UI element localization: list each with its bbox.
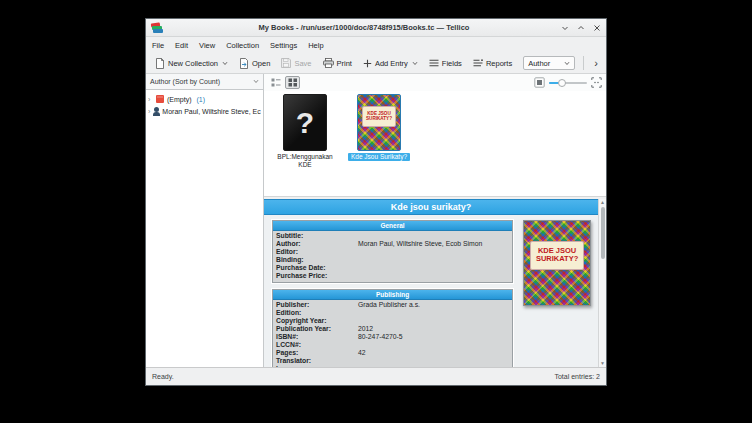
- menu-bar: File Edit View Collection Settings Help: [146, 37, 606, 53]
- field-row: Publication Year:2012: [276, 325, 509, 333]
- open-button[interactable]: Open: [235, 56, 274, 71]
- group-item-author[interactable]: › Moran Paul, Wiltshire Steve, Ec... (1): [148, 105, 261, 117]
- field-row: Editor:: [276, 248, 509, 256]
- chevron-down-icon: [412, 61, 418, 66]
- menu-file[interactable]: File: [152, 41, 164, 50]
- group-tree: › (Empty) (1) › Moran Paul, Wiltshire St…: [146, 90, 263, 120]
- printer-icon: [323, 58, 334, 68]
- expand-arrow-icon[interactable]: ›: [148, 108, 150, 115]
- group-by-combobox[interactable]: Author: [523, 56, 574, 70]
- book-cover-thumbnail: KDE JSOU SURIKATY?: [357, 94, 401, 151]
- field-row: Author:Moran Paul, Wiltshire Steve, Ecob…: [276, 240, 509, 248]
- field-row: Purchase Price:: [276, 272, 509, 280]
- menu-settings[interactable]: Settings: [270, 41, 297, 50]
- tellico-app-icon: [151, 22, 163, 34]
- menu-edit[interactable]: Edit: [175, 41, 188, 50]
- group-sort-combobox[interactable]: Author (Sort by Count): [146, 74, 263, 90]
- field-row: LCCN#:: [276, 341, 509, 349]
- toolbar-separator: [583, 56, 584, 70]
- list-view-toggle[interactable]: [268, 76, 283, 89]
- field-row: Language:: [276, 365, 509, 367]
- window-title: My Books - /run/user/1000/doc/8748f915/B…: [167, 23, 561, 32]
- entry-detail-view: Kde jsou surikaty? General Subtitle: Aut…: [264, 199, 606, 367]
- field-row: Binding:: [276, 256, 509, 264]
- status-message: Ready.: [152, 373, 174, 380]
- main-toolbar: New Collection Open Save Print Add Entry…: [146, 53, 606, 74]
- menu-collection[interactable]: Collection: [226, 41, 259, 50]
- title-bar[interactable]: My Books - /run/user/1000/doc/8748f915/B…: [146, 19, 606, 37]
- scrollbar-thumb[interactable]: [601, 207, 605, 259]
- field-row: Pages:42: [276, 349, 509, 357]
- save-button[interactable]: Save: [277, 56, 315, 70]
- toolbar-overflow-button[interactable]: ›: [591, 57, 601, 69]
- menu-help[interactable]: Help: [308, 41, 323, 50]
- scroll-up-icon[interactable]: ▲: [600, 200, 605, 205]
- total-entries: Total entries: 2: [554, 373, 600, 380]
- icon-view-icon: [288, 78, 298, 87]
- expand-arrow-icon[interactable]: ›: [148, 96, 153, 103]
- minimize-icon[interactable]: [561, 24, 569, 32]
- field-row: Edition:: [276, 309, 509, 317]
- chevron-down-icon: [222, 61, 228, 66]
- maximize-icon[interactable]: [577, 24, 585, 32]
- fields-icon: [429, 59, 439, 67]
- group-item-empty[interactable]: › (Empty) (1): [148, 93, 261, 105]
- entry-icon-view: ? BPL:Menggunakan KDE KDE JSOU SURIKATY?: [264, 91, 606, 196]
- zoom-slider[interactable]: [549, 78, 587, 88]
- save-icon: [281, 58, 291, 68]
- entry-label-selected: Kde Jsou Surikaty?: [348, 153, 410, 161]
- reports-button[interactable]: Reports: [469, 57, 516, 70]
- reports-icon: [473, 59, 483, 67]
- icon-view-toggle[interactable]: [285, 76, 300, 89]
- person-icon: [154, 107, 159, 112]
- scroll-down-icon[interactable]: ▼: [600, 361, 605, 366]
- new-document-icon: [155, 58, 165, 69]
- icon-view-toolbar: [264, 74, 606, 91]
- zoom-fit-icon[interactable]: [591, 77, 602, 88]
- entry-item-surikaty[interactable]: KDE JSOU SURIKATY? Kde Jsou Surikaty?: [348, 94, 410, 161]
- field-row: Publisher:Grada Publisher a.s.: [276, 301, 509, 309]
- tellico-window: My Books - /run/user/1000/doc/8748f915/B…: [145, 18, 607, 386]
- entry-label: BPL:Menggunakan KDE: [277, 153, 332, 169]
- book-group-icon: [156, 95, 164, 103]
- status-bar: Ready. Total entries: 2: [146, 367, 606, 385]
- list-view-icon: [271, 78, 281, 87]
- field-row: Purchase Date:: [276, 264, 509, 272]
- new-collection-button[interactable]: New Collection: [151, 56, 232, 71]
- group-view-panel: Author (Sort by Count) › (Empty) (1) › M…: [146, 74, 264, 367]
- book-cover-image[interactable]: KDE JSOU SURIKATY?: [523, 220, 591, 306]
- field-row: Subtitle:: [276, 232, 509, 240]
- field-row: Translator:: [276, 357, 509, 365]
- entry-title-banner: Kde jsou surikaty?: [264, 199, 598, 215]
- section-general: General Subtitle: Author:Moran Paul, Wil…: [272, 220, 513, 283]
- zoom-out-image-icon[interactable]: [534, 77, 545, 88]
- chevron-down-icon: [564, 61, 570, 66]
- fields-button[interactable]: Fields: [425, 57, 466, 70]
- chevron-down-icon: [253, 79, 259, 84]
- section-publishing: Publishing Publisher:Grada Publisher a.s…: [272, 289, 513, 367]
- field-row: ISBN#:80-247-4270-5: [276, 333, 509, 341]
- detail-scrollbar[interactable]: ▲ ▼: [598, 199, 606, 367]
- field-row: Copyright Year:: [276, 317, 509, 325]
- add-entry-button[interactable]: Add Entry: [359, 57, 422, 70]
- menu-view[interactable]: View: [199, 41, 215, 50]
- unknown-cover-icon: ?: [283, 94, 327, 151]
- open-file-icon: [239, 58, 249, 69]
- plus-icon: [363, 59, 372, 68]
- close-icon[interactable]: [593, 24, 601, 32]
- zoom-slider-handle[interactable]: [558, 79, 566, 87]
- entry-item-bpl[interactable]: ? BPL:Menggunakan KDE: [274, 94, 336, 169]
- print-button[interactable]: Print: [319, 56, 356, 70]
